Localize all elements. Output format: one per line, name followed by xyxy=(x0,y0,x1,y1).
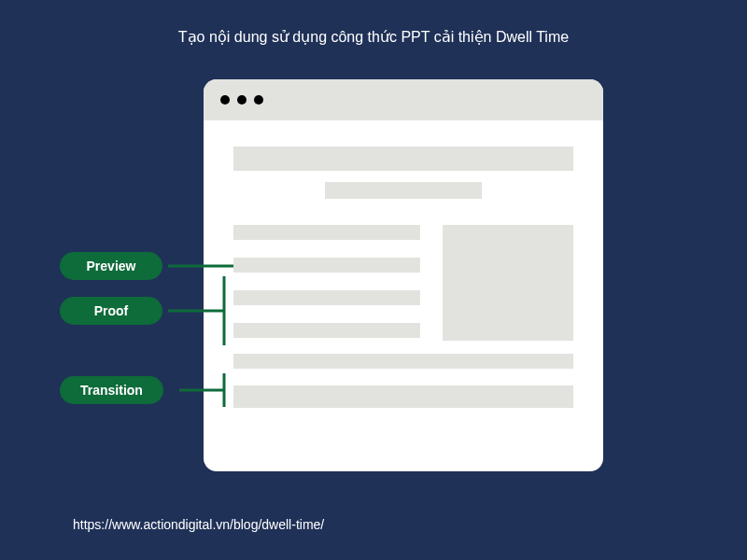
source-url: https://www.actiondigital.vn/blog/dwell-… xyxy=(73,517,324,532)
placeholder-line xyxy=(233,323,420,338)
browser-mockup xyxy=(204,79,603,471)
browser-titlebar xyxy=(204,79,603,120)
placeholder-line xyxy=(233,290,420,305)
browser-content xyxy=(204,120,603,443)
window-control-dot xyxy=(220,95,230,105)
placeholder-line-wide xyxy=(233,385,573,408)
window-control-dot xyxy=(254,95,263,105)
page-title: Tạo nội dung sử dụng công thức PPT cải t… xyxy=(0,28,747,46)
left-text-column xyxy=(233,225,420,341)
placeholder-line-wide xyxy=(233,354,573,369)
window-control-dot xyxy=(237,95,247,105)
placeholder-subheading xyxy=(325,182,481,199)
placeholder-line xyxy=(233,225,420,240)
placeholder-image xyxy=(443,225,573,341)
placeholder-line xyxy=(233,258,420,273)
placeholder-heading xyxy=(233,147,573,171)
tag-preview: Preview xyxy=(60,252,162,280)
content-columns xyxy=(233,225,573,341)
tag-transition: Transition xyxy=(60,376,163,404)
tag-proof: Proof xyxy=(60,297,162,325)
